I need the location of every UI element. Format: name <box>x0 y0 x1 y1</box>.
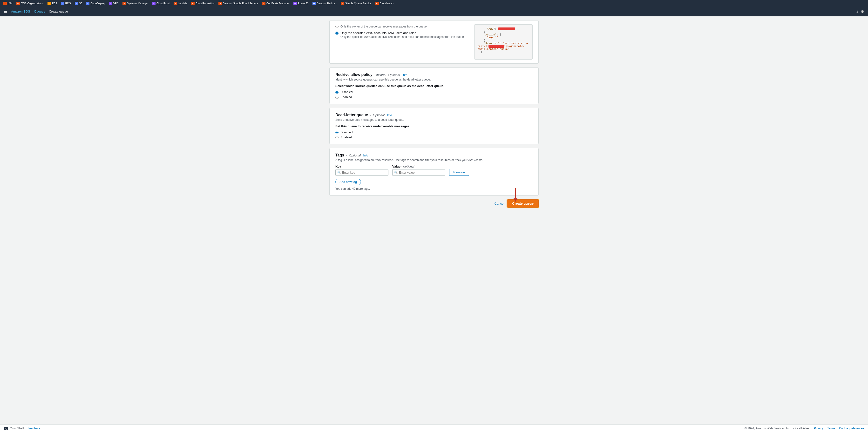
rds-icon: R <box>61 2 64 5</box>
vpc-icon: V <box>109 2 112 5</box>
sm-icon: S <box>123 2 126 5</box>
specified-label: Only the specified AWS accounts, IAM use… <box>340 31 465 35</box>
dead-letter-enabled-radio[interactable] <box>335 136 339 139</box>
aws-value-redacted: ██████████ <box>498 28 515 30</box>
dead-letter-title: Dead-letter queue - Optional Info <box>335 113 533 117</box>
nav-cloudfront[interactable]: C CloudFront <box>151 1 171 5</box>
tags-key-label: Key <box>335 165 389 168</box>
radio-owner-only[interactable]: Only the owner of the queue can receive … <box>335 24 465 28</box>
breadcrumb-queues[interactable]: Queues <box>34 10 45 13</box>
s3-icon: S <box>75 2 78 5</box>
tags-value-col: Value - optional 🔍 <box>392 165 445 176</box>
header-actions: ℹ ⚙ <box>857 9 864 14</box>
service-header: ☰ Amazon SQS › Queues › Create queue ℹ ⚙ <box>0 7 868 17</box>
nav-ses-label: Amazon Simple Email Service <box>223 2 258 5</box>
action-row: Cancel Create queue <box>329 199 539 208</box>
tags-key-input[interactable] <box>335 169 389 176</box>
nav-cf-label: CloudFront <box>156 2 169 5</box>
nav-sqs-label: Simple Queue Service <box>345 2 371 5</box>
sqs-icon: S <box>341 2 344 5</box>
dead-letter-enabled[interactable]: Enabled <box>335 135 533 139</box>
breadcrumb: Amazon SQS › Queues › Create queue <box>11 10 68 13</box>
redrive-enabled-radio[interactable] <box>335 96 339 99</box>
nav-iam[interactable]: I IAM <box>2 1 14 5</box>
hamburger-menu[interactable]: ☰ <box>4 9 7 14</box>
cancel-button[interactable]: Cancel <box>495 202 504 206</box>
breadcrumb-current: Create queue <box>49 10 68 13</box>
dead-letter-disabled-label: Disabled <box>340 130 353 134</box>
cfn-icon: C <box>191 2 194 5</box>
bedrock-icon: B <box>312 2 316 5</box>
nav-s3-label: S3 <box>79 2 82 5</box>
dead-letter-disabled-radio[interactable] <box>335 131 339 134</box>
tags-value-input[interactable] <box>392 169 445 176</box>
nav-cert[interactable]: C Certificate Manager <box>261 1 291 5</box>
lambda-icon: λ <box>174 2 177 5</box>
cf-icon: C <box>152 2 156 5</box>
redrive-enabled-label: Enabled <box>340 95 352 99</box>
radio-owner-input[interactable] <box>335 25 339 28</box>
dead-letter-subtitle: Send undeliverable messages to a dead-le… <box>335 118 533 122</box>
tags-value-input-wrap: 🔍 <box>392 169 445 176</box>
tags-key-col: Key 🔍 <box>335 165 389 176</box>
radio-specified-input[interactable] <box>335 32 339 35</box>
nav-vpc-label: VPC <box>113 2 119 5</box>
nav-route53[interactable]: R Route 53 <box>292 1 310 5</box>
nav-cloudwatch[interactable]: C CloudWatch <box>374 1 396 5</box>
key-search-icon: 🔍 <box>337 171 341 174</box>
ses-icon: S <box>218 2 222 5</box>
redrive-section-label: Select which source queues can use this … <box>335 84 533 88</box>
tags-subtitle: A tag is a label assigned to an AWS reso… <box>335 158 533 162</box>
breadcrumb-sqs[interactable]: Amazon SQS <box>11 10 30 13</box>
info-icon[interactable]: ℹ <box>857 9 858 14</box>
main-content: Only the owner of the queue can receive … <box>326 17 542 217</box>
tags-value-optional: - <box>401 165 403 168</box>
redrive-title: Redrive allow policy Optional Optional I… <box>335 72 533 77</box>
cw-icon: C <box>375 2 379 5</box>
value-search-icon: 🔍 <box>394 171 398 174</box>
nav-cloudformation[interactable]: C CloudFormation <box>190 1 216 5</box>
access-policy-card: Only the owner of the queue can receive … <box>329 20 539 64</box>
nav-bedrock[interactable]: B Amazon Bedrock <box>311 1 339 5</box>
nav-iam-label: IAM <box>8 2 12 5</box>
nav-ses[interactable]: S Amazon Simple Email Service <box>217 1 260 5</box>
tags-info-link[interactable]: Info <box>363 154 368 157</box>
tags-card: Tags - Optional Info A tag is a label as… <box>329 148 539 195</box>
redrive-disabled-label: Disabled <box>340 90 353 94</box>
access-policy-radios: Only the owner of the queue can receive … <box>335 24 465 60</box>
nav-systems-manager[interactable]: S Systems Manager <box>121 1 150 5</box>
redrive-info-link[interactable]: Info <box>402 73 407 76</box>
cert-icon: C <box>262 2 266 5</box>
remove-tag-button[interactable]: Remove <box>449 169 469 176</box>
dead-letter-disabled[interactable]: Disabled <box>335 130 533 134</box>
nav-cert-label: Certificate Manager <box>267 2 289 5</box>
radio-specified[interactable]: Only the specified AWS accounts, IAM use… <box>335 31 465 38</box>
settings-icon[interactable]: ⚙ <box>861 9 864 14</box>
nav-lambda[interactable]: λ Lambda <box>172 1 189 5</box>
nav-bedrock-label: Amazon Bedrock <box>317 2 337 5</box>
iam-icon: I <box>3 2 7 5</box>
redrive-enabled[interactable]: Enabled <box>335 95 533 99</box>
nav-rds[interactable]: R RDS <box>60 1 72 5</box>
nav-vpc[interactable]: V VPC <box>107 1 120 5</box>
dead-letter-info-link[interactable]: Info <box>387 114 392 117</box>
nav-ec2[interactable]: E EC2 <box>46 1 58 5</box>
tags-value-label: Value - optional <box>392 165 445 168</box>
resource-redacted: █████████ <box>489 45 504 48</box>
redrive-disabled-radio[interactable] <box>335 91 339 94</box>
dead-letter-options: Disabled Enabled <box>335 130 533 139</box>
nav-sqs[interactable]: S Simple Queue Service <box>339 1 373 5</box>
nav-codedeploy[interactable]: C CodeDeploy <box>85 1 106 5</box>
redrive-disabled[interactable]: Disabled <box>335 90 533 94</box>
tags-remove-btn-wrap: Remove <box>449 169 469 176</box>
nav-s3[interactable]: S S3 <box>73 1 84 5</box>
add-tag-button[interactable]: Add new tag <box>335 179 361 185</box>
create-queue-button[interactable]: Create queue <box>507 199 539 208</box>
nav-aws-org[interactable]: A AWS Organizations <box>15 1 45 5</box>
nav-codedeploy-label: CodeDeploy <box>90 2 105 5</box>
redrive-optional: Optional <box>374 73 386 76</box>
tags-inputs-row: Key 🔍 Value - optional 🔍 <box>335 165 533 176</box>
dead-letter-optional: - <box>370 113 372 117</box>
owner-desc: Only the owner of the queue can receive … <box>340 25 428 28</box>
nav-lambda-label: Lambda <box>178 2 188 5</box>
